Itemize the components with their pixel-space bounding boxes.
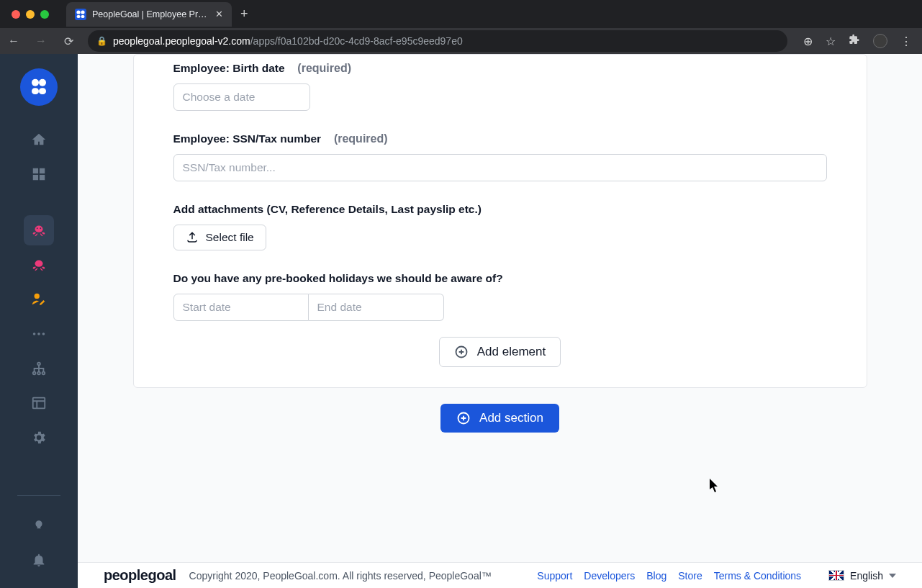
new-tab-button[interactable]: + — [240, 6, 248, 22]
field-holidays: Do you have any pre-booked holidays we s… — [173, 272, 827, 321]
extensions-icon[interactable] — [849, 34, 860, 48]
svg-rect-10 — [33, 175, 38, 180]
select-file-label: Select file — [206, 231, 254, 244]
tab-close-button[interactable]: ✕ — [215, 9, 223, 19]
birth-date-label: Employee: Birth date — [173, 62, 285, 74]
add-section-label: Add section — [479, 411, 543, 425]
svg-point-13 — [37, 227, 38, 229]
browser-right-icons: ⊕ ☆ ⋮ — [793, 34, 922, 48]
url-path: /apps/f0a102bd-d20c-4cd9-8acf-e95c9eed97… — [250, 35, 463, 47]
profile-avatar[interactable] — [873, 34, 887, 48]
footer-link-developers[interactable]: Developers — [584, 570, 635, 582]
window-close-button[interactable] — [12, 10, 20, 19]
form-card: Employee: Birth date (required) Employee… — [133, 54, 867, 388]
field-attachments: Add attachments (CV, Reference Details, … — [173, 203, 827, 250]
footer-brand: peoplegoal — [104, 567, 176, 584]
holiday-start-input[interactable] — [173, 294, 309, 321]
nav-org-chart[interactable] — [24, 353, 54, 384]
birth-date-required: (required) — [297, 62, 351, 74]
svg-point-17 — [33, 333, 36, 335]
nav-octopus-secondary[interactable] — [24, 250, 54, 280]
url-host: peoplegoal.peoplegoal-v2.com — [113, 35, 250, 47]
lock-icon: 🔒 — [96, 36, 107, 46]
kebab-menu-icon[interactable]: ⋮ — [900, 35, 912, 48]
language-label: English — [850, 570, 883, 582]
svg-point-16 — [35, 294, 40, 299]
holidays-label: Do you have any pre-booked holidays we s… — [173, 272, 503, 284]
svg-point-4 — [32, 79, 39, 86]
zoom-icon[interactable]: ⊕ — [803, 35, 813, 48]
add-element-button[interactable]: Add element — [439, 337, 561, 367]
footer-link-store[interactable]: Store — [678, 570, 702, 582]
browser-tab[interactable]: PeopleGoal | Employee Pre-On ✕ — [66, 2, 232, 27]
ssn-required: (required) — [334, 132, 388, 145]
attachments-label: Add attachments (CV, Reference Details, … — [173, 203, 482, 215]
nav-help[interactable] — [24, 507, 54, 538]
field-ssn: Employee: SSN/Tax number (required) — [173, 132, 827, 181]
holiday-date-range — [173, 294, 827, 321]
plus-circle-icon — [456, 411, 471, 425]
svg-rect-24 — [33, 398, 45, 409]
nav-notifications[interactable] — [24, 545, 54, 575]
window-minimize-button[interactable] — [26, 10, 35, 19]
footer: peoplegoal Copyright 2020, PeopleGoal.co… — [78, 562, 922, 588]
footer-link-support[interactable]: Support — [537, 570, 572, 582]
language-selector[interactable]: English — [828, 570, 896, 582]
nav-apps[interactable] — [24, 159, 54, 189]
sidebar-divider — [17, 495, 60, 496]
svg-rect-8 — [33, 168, 38, 173]
nav-settings[interactable] — [24, 422, 54, 453]
svg-rect-7 — [39, 88, 46, 94]
nav-home[interactable] — [24, 125, 54, 155]
field-birth-date: Employee: Birth date (required) — [173, 62, 827, 111]
footer-links: Support Developers Blog Store Terms & Co… — [537, 570, 801, 582]
svg-point-21 — [33, 372, 36, 375]
svg-point-12 — [35, 226, 43, 232]
svg-rect-9 — [40, 168, 45, 173]
window-controls — [0, 10, 60, 19]
svg-point-1 — [81, 10, 84, 14]
svg-point-14 — [40, 227, 41, 229]
nav-octopus-active[interactable] — [24, 215, 54, 245]
svg-point-5 — [39, 79, 46, 86]
add-element-label: Add element — [477, 345, 546, 359]
bookmark-star-icon[interactable]: ☆ — [826, 35, 836, 48]
select-file-button[interactable]: Select file — [173, 225, 266, 250]
window-maximize-button[interactable] — [40, 10, 49, 19]
address-bar-row: ← → ⟳ 🔒 peoplegoal.peoplegoal-v2.com/app… — [0, 28, 922, 54]
forward-button[interactable]: → — [27, 35, 55, 48]
add-section-button[interactable]: Add section — [440, 404, 559, 433]
tab-favicon — [75, 9, 86, 20]
app: Employee: Birth date (required) Employee… — [0, 54, 922, 588]
svg-rect-6 — [32, 88, 39, 94]
birth-date-input[interactable] — [173, 83, 310, 111]
svg-point-23 — [42, 372, 45, 375]
chevron-down-icon — [889, 574, 896, 578]
sidebar — [0, 54, 78, 588]
reload-button[interactable]: ⟳ — [55, 35, 82, 48]
plus-circle-icon — [454, 345, 469, 359]
svg-rect-11 — [40, 175, 45, 180]
svg-point-19 — [42, 333, 45, 335]
svg-point-18 — [37, 333, 40, 335]
footer-copyright: Copyright 2020, PeopleGoal.com. All righ… — [189, 570, 492, 582]
main-content: Employee: Birth date (required) Employee… — [78, 54, 922, 588]
app-logo[interactable] — [20, 68, 58, 106]
nav-reports[interactable] — [24, 388, 54, 418]
browser-chrome: PeopleGoal | Employee Pre-On ✕ + ← → ⟳ 🔒… — [0, 0, 922, 54]
back-button[interactable]: ← — [0, 35, 27, 48]
svg-point-0 — [76, 10, 80, 14]
footer-link-terms[interactable]: Terms & Conditions — [714, 570, 801, 582]
address-bar[interactable]: 🔒 peoplegoal.peoplegoal-v2.com/apps/f0a1… — [88, 30, 787, 52]
svg-rect-3 — [81, 15, 85, 18]
tab-title: PeopleGoal | Employee Pre-On — [92, 9, 209, 19]
nav-user-edit[interactable] — [24, 284, 54, 315]
footer-link-blog[interactable]: Blog — [646, 570, 666, 582]
nav-more[interactable] — [24, 319, 54, 349]
ssn-input[interactable] — [173, 154, 827, 181]
svg-point-22 — [37, 372, 40, 375]
holiday-end-input[interactable] — [309, 294, 444, 321]
tab-strip: PeopleGoal | Employee Pre-On ✕ + — [0, 0, 922, 28]
svg-point-15 — [35, 261, 43, 267]
svg-point-20 — [37, 363, 40, 366]
